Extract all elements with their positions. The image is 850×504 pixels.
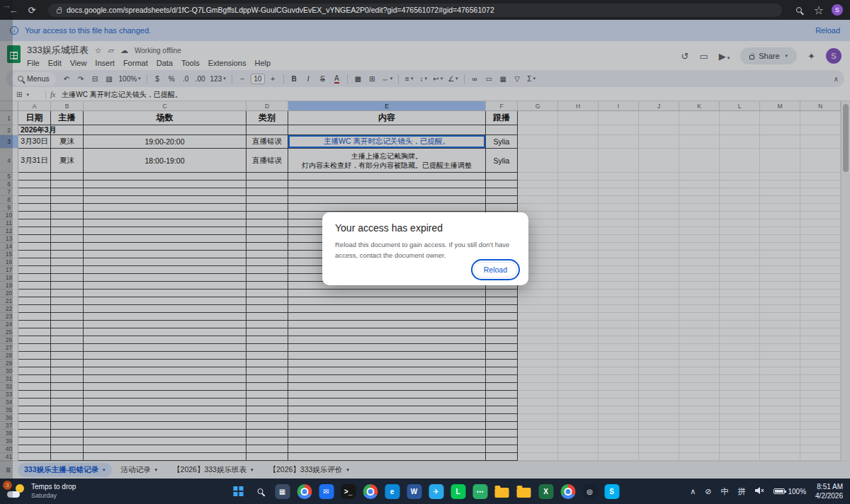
weather-headline: Temps to drop [31,483,76,492]
volume-muted-icon[interactable] [754,486,764,496]
weather-widget[interactable]: 3 Temps to drop Saturday [7,483,76,500]
line-icon[interactable]: L [450,483,467,500]
mail-icon[interactable]: ✉ [318,483,335,500]
widgets-icon[interactable]: ▦ [274,483,291,500]
battery-indicator[interactable]: 100% [774,488,806,496]
word-icon[interactable]: W [406,483,423,500]
clock-date: 4/2/2026 [815,491,843,500]
address-bar[interactable]: docs.google.com/spreadsheets/d/1fC-Q7LGm… [48,4,782,17]
zoom-icon[interactable] [792,7,806,13]
start-button-icon[interactable] [230,483,247,500]
chrome-canary-icon[interactable] [560,483,577,500]
excel-icon[interactable]: X [538,483,555,500]
bookmark-star-icon[interactable]: ☆ [812,4,826,17]
file-explorer-icon[interactable] [516,483,533,500]
dialog-title: Your access has expired [335,222,516,234]
system-tray: ∧ ⊘ 中 拼 100% 8:51 AM 4/2/2026 [690,482,843,500]
browser-avatar[interactable]: S [832,4,843,16]
access-expired-dialog: Your access has expired Reload this docu… [322,212,528,285]
battery-percent: 100% [788,488,806,496]
browser-toolbar: ← → ⟳ docs.google.com/spreadsheets/d/1fC… [0,0,850,20]
do-not-disturb-icon[interactable]: ⊘ [705,487,711,496]
steam-icon[interactable]: ◎ [582,483,599,500]
skype-icon[interactable]: S [604,483,620,500]
taskbar-center: ▦✉>_eW✈L⋯X◎S [230,483,620,500]
taskbar-search-icon[interactable] [252,483,269,500]
chrome-profile-icon[interactable] [296,483,313,500]
terminal-icon[interactable]: >_ [340,483,357,500]
dialog-reload-button[interactable]: Reload [474,262,517,277]
lock-icon [57,9,62,13]
files-folder-icon[interactable] [494,483,511,500]
url-text[interactable]: docs.google.com/spreadsheets/d/1fC-Q7LGm… [67,6,494,14]
page: i Your access to this file has changed. … [0,20,850,479]
screen: ← → ⟳ docs.google.com/spreadsheets/d/1fC… [0,0,850,504]
taskbar-clock[interactable]: 8:51 AM 4/2/2026 [815,482,843,500]
dialog-body: Reload this document to gain access. If … [335,240,514,260]
battery-icon [774,488,785,494]
telegram-icon[interactable]: ✈ [428,483,445,500]
tray-expand-icon[interactable]: ∧ [690,487,696,496]
chrome-icon[interactable] [362,483,379,500]
language-indicator[interactable]: 中 [720,486,728,497]
windows-taskbar: 3 Temps to drop Saturday ▦✉>_eW✈L⋯X◎S ∧ … [0,479,850,504]
ime-indicator[interactable]: 拼 [737,486,745,497]
wechat-icon[interactable]: ⋯ [472,483,489,500]
weather-subline: Saturday [31,492,76,500]
reload-page-icon[interactable]: ⟳ [26,5,38,16]
edge-icon[interactable]: e [384,483,401,500]
clock-time: 8:51 AM [815,482,843,491]
